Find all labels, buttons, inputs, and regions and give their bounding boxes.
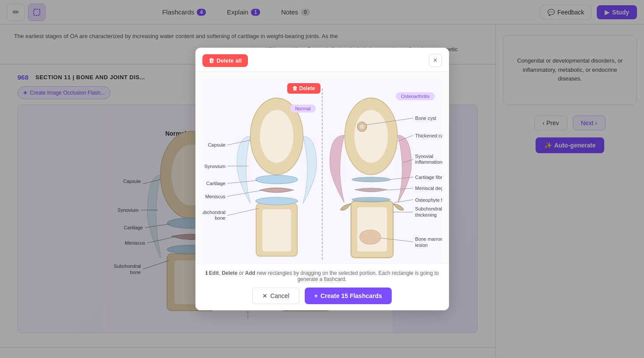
modal-overlay: 🗑 Delete all ×: [0, 0, 644, 358]
modal-hint-text: ℹ Edit, Delete or Add new rectangles by …: [202, 270, 442, 282]
svg-text:thickening: thickening: [415, 212, 436, 218]
svg-point-56: [255, 175, 297, 184]
x-icon: ✕: [262, 292, 268, 299]
svg-point-64: [352, 177, 390, 182]
svg-text:Synovial: Synovial: [415, 154, 433, 159]
svg-text:Meniscal degeneration: Meniscal degeneration: [415, 186, 442, 191]
close-icon: ×: [433, 56, 437, 64]
svg-text:Subchondral: Subchondral: [202, 210, 226, 215]
svg-text:Capsule: Capsule: [208, 142, 225, 147]
svg-point-61: [359, 124, 364, 129]
svg-text:Synovium: Synovium: [204, 164, 225, 169]
svg-text:Subchondral bone: Subchondral bone: [415, 206, 442, 211]
svg-text:lesion: lesion: [415, 242, 428, 248]
modal-footer: ℹ Edit, Delete or Add new rectangles by …: [195, 263, 449, 310]
svg-rect-63: [357, 207, 387, 252]
osteoarthritis-label: Osteoarthritis: [396, 92, 435, 100]
svg-text:Bone cyst: Bone cyst: [415, 116, 436, 121]
delete-region-label: Delete: [299, 85, 315, 91]
svg-point-59: [354, 110, 388, 163]
svg-text:Thickened capsule: Thickened capsule: [415, 133, 442, 138]
modal-header: 🗑 Delete all ×: [195, 48, 449, 72]
plus-create-icon: +: [314, 292, 318, 299]
create-flashcards-button[interactable]: + Create 15 Flashcards: [305, 288, 392, 304]
osteoarthritis-badge: Osteoarthritis: [396, 92, 435, 100]
cancel-button[interactable]: ✕ Cancel: [252, 288, 299, 304]
svg-text:Meniscus: Meniscus: [205, 194, 226, 199]
svg-point-66: [359, 230, 380, 244]
svg-point-53: [260, 110, 293, 163]
normal-label: Normal: [290, 105, 316, 112]
svg-text:inflammation/hypertrophy: inflammation/hypertrophy: [415, 159, 442, 165]
delete-all-button[interactable]: 🗑 Delete all: [202, 54, 248, 67]
hint-icon: ℹ: [205, 270, 208, 276]
svg-text:Cartilage fibrillation: Cartilage fibrillation: [415, 175, 442, 180]
hint-add: Add: [245, 270, 255, 276]
hint-delete: Delete: [222, 270, 237, 276]
modal-anatomy-wrapper: Capsule Synovium Cartilage Meniscus Subc…: [202, 79, 442, 263]
normal-region-badge: Normal: [290, 104, 316, 112]
modal-anatomy-svg: Capsule Synovium Cartilage Meniscus Subc…: [202, 79, 442, 263]
svg-text:bone: bone: [215, 215, 225, 221]
create-flashcards-label: Create 15 Flashcards: [320, 292, 382, 299]
modal-body: Capsule Synovium Cartilage Meniscus Subc…: [195, 72, 449, 263]
svg-text:Osteophyte formation: Osteophyte formation: [415, 197, 442, 203]
trash-region-icon: 🗑: [292, 85, 298, 91]
svg-point-57: [255, 197, 297, 205]
svg-text:Bone marrow: Bone marrow: [415, 236, 442, 242]
svg-point-65: [352, 197, 390, 202]
trash-icon: 🗑: [209, 57, 214, 64]
delete-region-button[interactable]: 🗑 Delete: [287, 83, 320, 94]
cancel-label: Cancel: [270, 292, 289, 299]
svg-rect-55: [262, 209, 291, 251]
svg-text:Cartilage: Cartilage: [206, 181, 225, 186]
modal-close-button[interactable]: ×: [429, 54, 442, 67]
image-occlusion-modal: 🗑 Delete all ×: [195, 48, 449, 310]
hint-edit: Edit: [209, 270, 219, 276]
delete-region-overlay: 🗑 Delete: [287, 83, 320, 94]
modal-action-buttons: ✕ Cancel + Create 15 Flashcards: [202, 288, 442, 304]
delete-all-label: Delete all: [217, 57, 242, 64]
